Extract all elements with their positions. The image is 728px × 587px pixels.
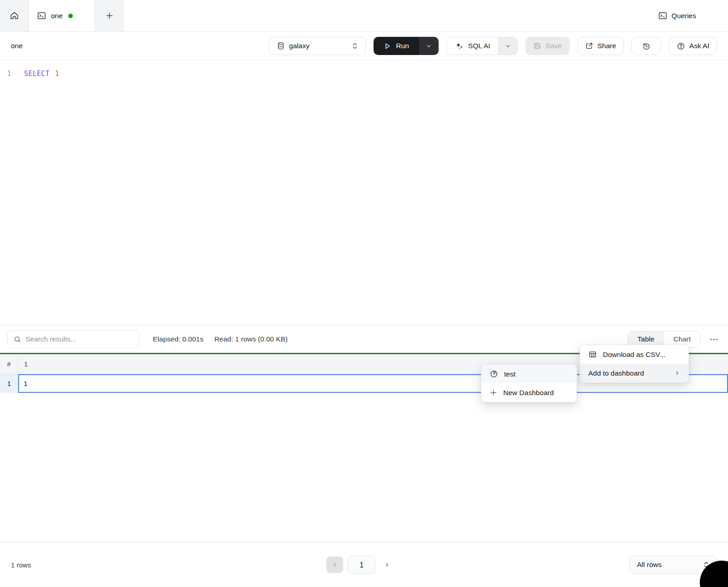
run-label: Run bbox=[396, 42, 409, 50]
sql-keyword: SELECT bbox=[24, 70, 50, 78]
results-footer: 1 rows 1 All rows bbox=[0, 542, 728, 587]
terminal-icon bbox=[658, 11, 667, 20]
pagination: 1 bbox=[326, 556, 394, 574]
ask-ai-button[interactable]: Ask AI bbox=[669, 37, 717, 55]
share-icon bbox=[585, 42, 593, 50]
sql-literal: 1 bbox=[55, 70, 59, 78]
results-more-button[interactable] bbox=[707, 336, 721, 342]
menu-item-label: Add to dashboard bbox=[588, 369, 644, 377]
save-icon bbox=[533, 42, 541, 50]
queries-label: Queries bbox=[672, 12, 696, 20]
terminal-icon bbox=[37, 11, 46, 20]
run-button[interactable]: Run bbox=[374, 37, 419, 55]
share-button[interactable]: Share bbox=[577, 37, 624, 55]
row-count: 1 rows bbox=[11, 561, 31, 569]
save-label: Save bbox=[546, 42, 561, 50]
sql-ai-label: SQL AI bbox=[468, 42, 490, 50]
dashboard-submenu: test New Dashboard bbox=[481, 364, 577, 402]
next-page-button[interactable] bbox=[380, 557, 394, 573]
chevron-left-icon bbox=[332, 562, 338, 568]
database-select[interactable]: galaxy bbox=[269, 37, 366, 55]
chevron-down-icon bbox=[505, 43, 511, 49]
elapsed-stat: Elapsed: 0.001s bbox=[153, 335, 203, 343]
home-icon bbox=[10, 11, 19, 20]
dashboard-test-menu-item[interactable]: test bbox=[481, 365, 576, 383]
current-page-button[interactable]: 1 bbox=[348, 556, 375, 574]
menu-item-label: New Dashboard bbox=[503, 389, 554, 397]
sql-ai-button[interactable]: SQL AI bbox=[447, 37, 499, 55]
row-index-header: # bbox=[0, 354, 18, 374]
queries-button[interactable]: Queries bbox=[652, 6, 703, 25]
code-line: 1 SELECT1 bbox=[0, 68, 728, 79]
database-name: galaxy bbox=[289, 42, 309, 50]
chevron-right-icon bbox=[384, 562, 390, 568]
tab-bar: one Queries bbox=[0, 0, 728, 32]
database-icon bbox=[277, 42, 285, 50]
prev-page-button[interactable] bbox=[326, 557, 343, 573]
ask-ai-label: Ask AI bbox=[689, 42, 709, 50]
history-icon bbox=[642, 42, 651, 50]
sql-ai-split-button: SQL AI bbox=[446, 37, 518, 55]
search-results-box[interactable] bbox=[7, 330, 139, 348]
pie-chart-icon bbox=[490, 370, 498, 378]
save-button[interactable]: Save bbox=[526, 37, 569, 55]
new-dashboard-menu-item[interactable]: New Dashboard bbox=[481, 383, 576, 402]
tab-label: one bbox=[51, 12, 63, 20]
read-stat: Read: 1 rows (0.00 KB) bbox=[214, 335, 288, 343]
tabbar-spacer bbox=[124, 0, 652, 31]
table-grid-icon bbox=[588, 350, 597, 359]
sql-ai-options-button[interactable] bbox=[498, 37, 517, 55]
line-number: 1 bbox=[0, 70, 18, 78]
results-context-menu: Download as CSV... Add to dashboard bbox=[580, 345, 689, 383]
menu-item-label: test bbox=[504, 370, 516, 378]
sparkles-icon bbox=[455, 42, 464, 50]
plus-icon bbox=[490, 389, 497, 396]
ellipsis-icon bbox=[710, 338, 718, 341]
menu-item-label: Download as CSV... bbox=[603, 351, 665, 359]
updown-chevron-icon bbox=[352, 42, 358, 50]
plus-icon bbox=[105, 11, 114, 20]
search-results-input[interactable] bbox=[25, 335, 133, 343]
run-options-button[interactable] bbox=[419, 37, 439, 55]
row-index-cell[interactable]: 1 bbox=[0, 374, 18, 393]
home-button[interactable] bbox=[0, 0, 29, 31]
play-icon bbox=[384, 42, 391, 50]
history-button[interactable] bbox=[632, 37, 661, 55]
query-toolbar: one galaxy bbox=[0, 32, 728, 60]
share-label: Share bbox=[597, 42, 616, 50]
search-icon bbox=[14, 336, 21, 343]
chevron-right-icon bbox=[674, 370, 680, 376]
new-tab-button[interactable] bbox=[95, 0, 124, 31]
column-header[interactable]: 1 bbox=[18, 361, 28, 368]
chevron-down-icon bbox=[426, 43, 432, 49]
sql-code: SELECT1 bbox=[18, 70, 59, 78]
tab-one[interactable]: one bbox=[29, 0, 95, 31]
sql-editor[interactable]: 1 SELECT1 bbox=[0, 60, 728, 325]
question-circle-icon bbox=[677, 42, 685, 50]
rows-per-page-label: All rows bbox=[637, 561, 662, 569]
add-to-dashboard-menu-item[interactable]: Add to dashboard bbox=[580, 364, 688, 382]
toolbar-controls: galaxy Run bbox=[269, 37, 717, 55]
query-name: one bbox=[11, 42, 23, 50]
run-split-button: Run bbox=[374, 37, 438, 55]
unsaved-status-dot bbox=[68, 14, 73, 18]
download-csv-menu-item[interactable]: Download as CSV... bbox=[580, 345, 688, 364]
